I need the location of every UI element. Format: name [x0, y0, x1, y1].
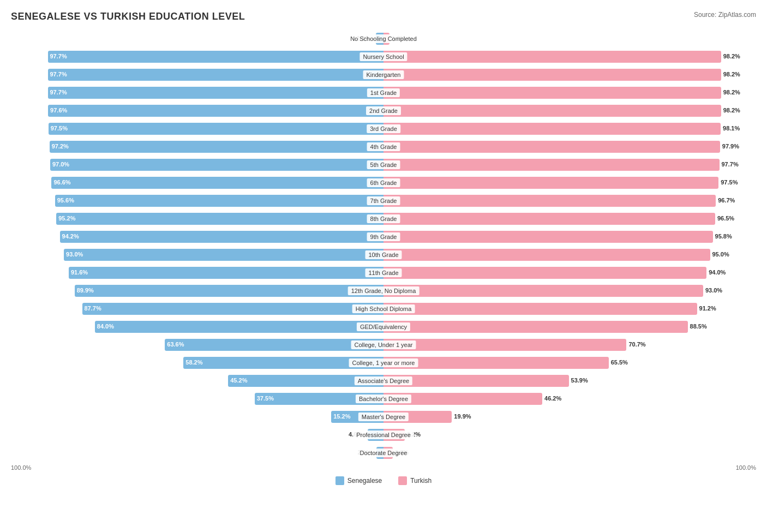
senegalese-value: 97.7%	[50, 71, 67, 77]
turkish-bar	[384, 285, 703, 297]
turkish-value: 98.2%	[723, 89, 740, 95]
turkish-label: Turkish	[410, 477, 432, 485]
turkish-bar	[384, 303, 697, 315]
category-label: 5th Grade	[367, 160, 400, 169]
bar-row: 97.5%98.1%3rd Grade	[13, 121, 754, 137]
turkish-value: 98.2%	[723, 107, 740, 113]
senegalese-bar	[51, 177, 384, 189]
senegalese-value: 58.2%	[185, 359, 202, 366]
senegalese-bar	[55, 195, 384, 207]
bar-row: 97.7%98.2%Kindergarten	[13, 67, 754, 83]
category-label: 8th Grade	[367, 214, 400, 223]
senegalese-value: 96.6%	[53, 179, 70, 186]
category-label: 9th Grade	[367, 232, 400, 241]
bar-row: 97.2%97.9%4th Grade	[13, 139, 754, 155]
turkish-value: 94.0%	[709, 269, 726, 276]
turkish-bar	[384, 321, 688, 333]
senegalese-bar	[48, 87, 384, 99]
senegalese-bar	[64, 249, 384, 261]
turkish-value: 95.0%	[712, 251, 729, 258]
category-label: 7th Grade	[367, 196, 400, 205]
turkish-value: 19.9%	[454, 413, 471, 420]
category-label: 11th Grade	[365, 268, 402, 277]
category-label: 6th Grade	[367, 178, 400, 187]
turkish-bar	[384, 213, 715, 225]
turkish-bar	[384, 87, 721, 99]
category-label: 3rd Grade	[367, 124, 400, 133]
bar-row: 96.6%97.5%6th Grade	[13, 175, 754, 191]
bar-row: 97.7%98.2%Nursery School	[13, 49, 754, 65]
turkish-value: 93.0%	[705, 287, 722, 294]
senegalese-bar	[49, 123, 384, 135]
turkish-value: 70.7%	[628, 341, 645, 348]
senegalese-value: 94.2%	[62, 233, 79, 240]
senegalese-value: 84.0%	[97, 323, 114, 330]
senegalese-value: 97.5%	[51, 125, 68, 131]
senegalese-bar	[48, 69, 384, 81]
senegalese-bar	[82, 303, 384, 315]
bar-row: 15.2%19.9%Master's Degree	[13, 409, 754, 425]
bar-row: 84.0%88.5%GED/Equivalency	[13, 319, 754, 335]
turkish-bar	[384, 123, 721, 135]
bar-row: 97.7%98.2%1st Grade	[13, 85, 754, 101]
senegalese-bar	[95, 321, 384, 333]
bar-row: 93.0%95.0%10th Grade	[13, 247, 754, 263]
bar-row: 95.6%96.7%7th Grade	[13, 193, 754, 209]
legend: Senegalese Turkish	[11, 476, 756, 485]
senegalese-bar	[75, 285, 384, 297]
axis-right-label: 100.0%	[736, 464, 756, 471]
turkish-bar	[384, 69, 721, 81]
category-label: GED/Equivalency	[357, 322, 410, 331]
senegalese-bar	[48, 105, 384, 117]
senegalese-value: 97.2%	[52, 143, 69, 150]
senegalese-value: 15.2%	[333, 413, 350, 420]
category-label: College, 1 year or more	[349, 358, 418, 367]
turkish-value: 95.8%	[715, 233, 732, 240]
category-label: Professional Degree	[353, 431, 414, 439]
senegalese-label: Senegalese	[347, 477, 382, 485]
turkish-value: 97.5%	[721, 179, 738, 186]
senegalese-value: 97.7%	[50, 89, 67, 95]
senegalese-bar	[50, 141, 384, 153]
bar-row: 45.2%53.9%Associate's Degree	[13, 373, 754, 389]
category-label: 4th Grade	[367, 142, 400, 151]
bar-row: 91.6%94.0%11th Grade	[13, 265, 754, 281]
turkish-bar	[384, 51, 721, 63]
bar-row: 97.6%98.2%2nd Grade	[13, 103, 754, 119]
category-label: Doctorate Degree	[357, 449, 411, 457]
turkish-value: 53.9%	[571, 377, 588, 384]
turkish-bar	[384, 249, 710, 261]
bar-row: 94.2%95.8%9th Grade	[13, 229, 754, 245]
senegalese-value: 97.6%	[50, 107, 67, 113]
turkish-bar	[384, 267, 706, 279]
chart-container: SENEGALESE VS TURKISH EDUCATION LEVEL So…	[0, 0, 767, 501]
axis-left-label: 100.0%	[11, 464, 31, 471]
senegalese-bar	[56, 213, 384, 225]
senegalese-value: 97.0%	[52, 161, 69, 168]
turkish-bar	[384, 159, 720, 171]
turkish-value: 98.2%	[723, 53, 740, 59]
axis-labels: 100.0% 100.0%	[11, 464, 756, 471]
senegalese-bar	[50, 159, 384, 171]
chart-title: SENEGALESE VS TURKISH EDUCATION LEVEL	[11, 11, 756, 22]
senegalese-value: 95.6%	[57, 197, 74, 204]
turkish-value: 97.7%	[722, 161, 739, 168]
senegalese-value: 63.6%	[167, 341, 184, 348]
turkish-bar	[384, 195, 716, 207]
senegalese-value: 89.9%	[77, 287, 94, 294]
category-label: 12th Grade, No Diploma	[348, 286, 420, 295]
bar-row: 2.3%1.8%No Schooling Completed	[13, 31, 754, 47]
turkish-bar	[384, 231, 713, 243]
senegalese-value: 37.5%	[257, 395, 274, 402]
bar-row: 89.9%93.0%12th Grade, No Diploma	[13, 283, 754, 299]
legend-turkish: Turkish	[398, 476, 432, 485]
category-label: College, Under 1 year	[351, 340, 416, 349]
turkish-value: 96.7%	[718, 197, 735, 204]
turkish-value: 96.5%	[717, 215, 734, 222]
senegalese-color-swatch	[335, 476, 344, 485]
turkish-bar	[384, 177, 718, 189]
bar-row: 63.6%70.7%College, Under 1 year	[13, 337, 754, 353]
turkish-color-swatch	[398, 476, 407, 485]
chart-body: 2.3%1.8%No Schooling Completed97.7%98.2%…	[13, 31, 754, 461]
senegalese-bar	[69, 267, 384, 279]
